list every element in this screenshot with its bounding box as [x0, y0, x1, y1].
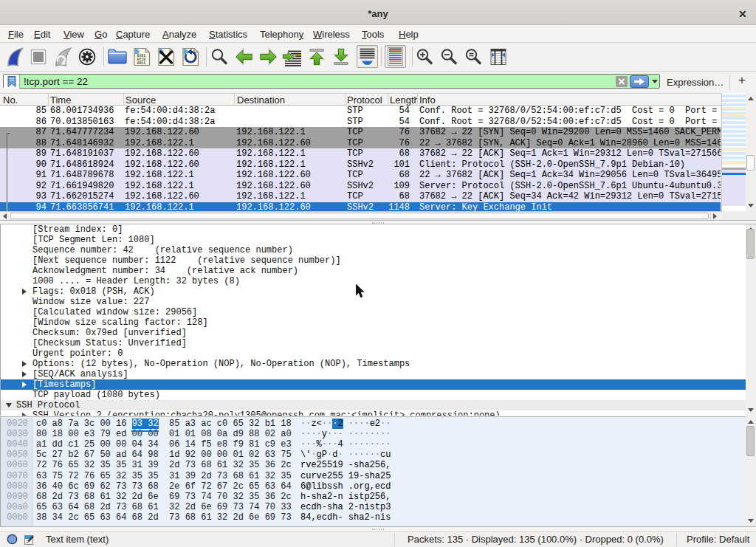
svg-text:0011: 0011: [137, 61, 146, 65]
